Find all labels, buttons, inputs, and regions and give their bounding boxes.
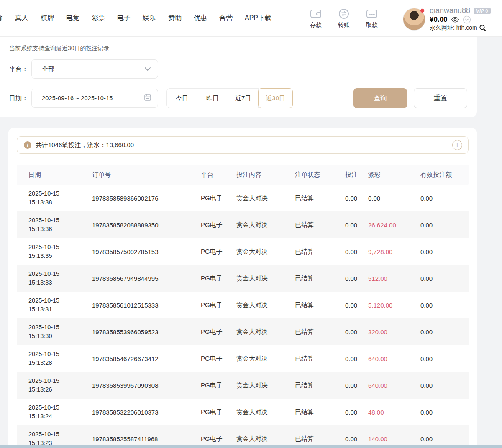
transfer-icon (338, 8, 350, 20)
cell-date: 2025-10-15 15:13:38 (28, 189, 92, 207)
range-today-button[interactable]: 今日 (166, 88, 197, 108)
query-notice: 当前系统支持查询最近30日的投注记录 (9, 45, 110, 52)
cell-bet: 0.00 (345, 195, 368, 202)
nav-item-sponsor[interactable]: 赞助 (168, 14, 182, 23)
cell-platform: PG电子 (201, 408, 236, 416)
cell-bet: 0.00 (345, 302, 368, 309)
vip-badge: VIP 0 (474, 8, 491, 14)
cell-bet: 0.00 (345, 248, 368, 255)
cell-bet-content: 赏金大对决 (236, 275, 295, 283)
range-yesterday-button[interactable]: 昨日 (197, 88, 228, 108)
chevron-down-icon (144, 65, 151, 73)
cell-valid-bet: 0.00 (420, 248, 465, 255)
date-range-input[interactable]: 2025-09-16 ~ 2025-10-15 (31, 89, 158, 108)
transfer-button[interactable]: 转账 (330, 8, 357, 29)
table-row: 2025-10-15 15:13:36 1978358582088889350 … (17, 211, 469, 238)
cell-status: 已结算 (295, 408, 345, 416)
cell-bet-content: 赏金大对决 (236, 221, 295, 229)
table-row: 2025-10-15 15:13:38 1978358589366002176 … (17, 185, 469, 211)
cell-order-no: 1978358575092785153 (92, 248, 201, 255)
cell-bet-content: 赏金大对决 (236, 382, 295, 389)
nav-item-sports-clipped[interactable]: 育 (0, 14, 3, 23)
cell-status: 已结算 (295, 221, 345, 229)
refresh-chevron-icon[interactable] (463, 15, 471, 24)
cell-platform: PG电子 (201, 301, 236, 309)
nav-item-esports[interactable]: 电竞 (66, 14, 79, 23)
deposit-label: 存款 (310, 21, 322, 29)
table-row: 2025-10-15 15:13:30 1978358553966059523 … (17, 318, 469, 345)
cell-bet-content: 赏金大对决 (236, 435, 295, 443)
nav-item-slots[interactable]: 电子 (117, 14, 131, 23)
platform-select[interactable]: 全部 (31, 59, 158, 79)
divider (330, 10, 330, 26)
cell-bet-content: 赏金大对决 (236, 248, 295, 256)
cell-status: 已结算 (295, 194, 345, 202)
cell-order-no: 1978358546726673412 (92, 355, 201, 362)
nav-item-promotions[interactable]: 优惠 (194, 14, 207, 23)
cell-payout: 26,624.00 (368, 221, 420, 229)
cell-valid-bet: 0.00 (420, 409, 465, 416)
withdraw-label: 取款 (366, 21, 378, 29)
table-row: 2025-10-15 15:13:31 1978358561012515333 … (17, 292, 469, 318)
cell-bet: 0.00 (345, 409, 368, 416)
eye-icon[interactable] (451, 17, 459, 23)
permanent-url: 永久网址: hth.com (430, 24, 477, 32)
quick-date-range-group: 今日 昨日 近7日 近30日 (166, 88, 293, 108)
calendar-icon (143, 93, 152, 103)
query-button[interactable]: 查询 (353, 88, 407, 108)
col-status: 注单状态 (295, 171, 345, 179)
range-7days-button[interactable]: 近7日 (228, 88, 259, 108)
cell-order-no: 1978358561012515333 (92, 302, 201, 309)
cell-bet-content: 赏金大对决 (236, 301, 295, 309)
nav-item-live[interactable]: 真人 (15, 14, 28, 23)
cell-payout: 640.00 (368, 382, 420, 389)
cell-valid-bet: 0.00 (420, 221, 465, 229)
summary-bar: i 共计1046笔投注，流水：13,660.00 + (17, 136, 469, 154)
nav-item-affiliate[interactable]: 合营 (219, 14, 233, 23)
cell-order-no: 1978358553966059523 (92, 328, 201, 336)
cell-status: 已结算 (295, 435, 345, 443)
cell-payout: 640.00 (368, 355, 420, 362)
info-icon: i (24, 141, 31, 149)
transfer-label: 转账 (338, 21, 350, 29)
nav-item-cards[interactable]: 棋牌 (41, 14, 54, 23)
cell-bet: 0.00 (345, 275, 368, 282)
reset-button[interactable]: 重置 (414, 88, 467, 108)
balance-amount: ¥0.00 (430, 15, 448, 24)
cell-bet-content: 赏金大对决 (236, 328, 295, 336)
cell-date: 2025-10-15 15:13:28 (28, 350, 92, 367)
filter-panel: 当前系统支持查询最近30日的投注记录 平台： 全部 日期： 2025-09-16… (0, 37, 477, 117)
withdraw-button[interactable]: 取款 (359, 8, 385, 29)
cell-date: 2025-10-15 15:13:24 (28, 403, 92, 421)
date-label: 日期： (9, 94, 31, 102)
cell-bet: 0.00 (345, 435, 368, 443)
cell-date: 2025-10-15 15:13:26 (28, 377, 92, 394)
cell-bet: 0.00 (345, 221, 368, 229)
top-navbar: 育 真人 棋牌 电竞 彩票 电子 娱乐 赞助 优惠 合营 APP下载 存款 (0, 0, 502, 37)
vip-level: 0 (485, 8, 488, 13)
cell-order-no: 1978358539957090308 (92, 382, 201, 389)
cell-status: 已结算 (295, 248, 345, 256)
cell-date: 2025-10-15 15:13:36 (28, 216, 92, 234)
deposit-button[interactable]: 存款 (302, 8, 329, 29)
nav-item-entertainment[interactable]: 娱乐 (143, 14, 156, 23)
avatar[interactable] (403, 8, 425, 31)
username: qianwanu88 (430, 6, 470, 15)
wallet-icon (310, 8, 322, 20)
bottom-scrollbar[interactable] (0, 445, 502, 448)
table-header-row: 日期 订单号 平台 投注内容 注单状态 投注 派彩 有效投注额 (17, 165, 469, 185)
cell-date: 2025-10-15 15:13:33 (28, 270, 92, 287)
cell-valid-bet: 0.00 (420, 302, 465, 309)
col-date: 日期 (28, 171, 92, 179)
nav-item-app-download[interactable]: APP下载 (245, 14, 271, 23)
magnifier-icon[interactable] (479, 24, 487, 32)
cell-order-no: 1978358532206010373 (92, 409, 201, 416)
date-range-value: 2025-09-16 ~ 2025-10-15 (42, 95, 113, 102)
expand-plus-icon[interactable]: + (452, 140, 462, 150)
cell-order-no: 1978358525587411968 (92, 435, 201, 443)
col-platform: 平台 (201, 171, 236, 179)
cell-date: 2025-10-15 15:13:31 (28, 296, 92, 314)
range-30days-button[interactable]: 近30日 (258, 88, 293, 108)
cell-date: 2025-10-15 15:13:30 (28, 323, 92, 341)
nav-item-lottery[interactable]: 彩票 (92, 14, 105, 23)
